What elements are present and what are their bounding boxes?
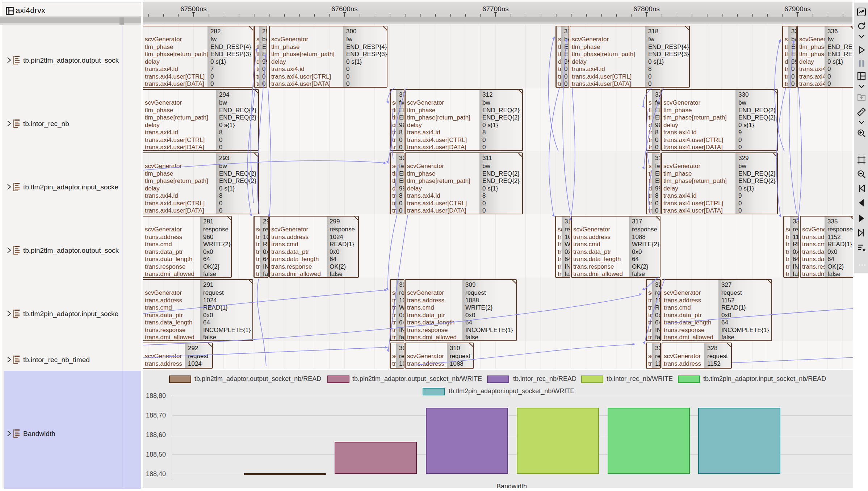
svg-text:67700ns: 67700ns [482,5,509,13]
svg-text:67800ns: 67800ns [633,5,660,13]
svg-text:67600ns: 67600ns [331,5,358,13]
svg-text:67500ns: 67500ns [180,5,207,13]
svg-text:67900ns: 67900ns [784,5,811,13]
